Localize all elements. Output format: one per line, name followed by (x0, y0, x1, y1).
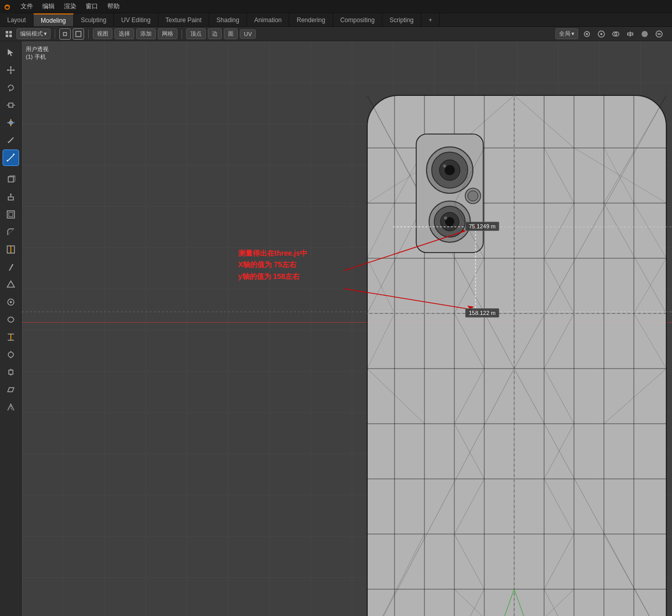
svg-marker-23 (10, 66, 12, 68)
separator-2 (88, 29, 89, 39)
material-preview[interactable] (653, 28, 665, 40)
annotation-line-1: 测量得出在three.js中 (238, 247, 307, 259)
bevel-tool[interactable] (3, 224, 19, 240)
snap-icon[interactable] (581, 28, 593, 40)
svg-marker-25 (7, 69, 8, 71)
horizontal-measure-label: 75.1249 m (465, 222, 499, 231)
svg-rect-49 (9, 212, 13, 217)
mode-icon (3, 28, 14, 40)
measure-tool[interactable] (3, 149, 19, 166)
tab-sculpting[interactable]: Sculpting (74, 13, 114, 26)
inset-tool[interactable] (3, 206, 19, 223)
top-menu-bar: 文件 编辑 渲染 窗口 帮助 Layout Modeling Sculpting… (0, 0, 672, 13)
svg-rect-45 (8, 197, 13, 200)
select-tool[interactable] (3, 44, 19, 61)
svg-marker-53 (7, 281, 14, 287)
overlay-icon[interactable] (610, 28, 621, 40)
scale-tool[interactable] (3, 97, 19, 113)
tab-uv-editing[interactable]: UV Editing (114, 13, 158, 26)
mesh-menu[interactable]: 网格 (158, 28, 177, 39)
svg-rect-9 (76, 31, 81, 37)
vertical-measure-label: 158.122 m (465, 308, 499, 318)
svg-point-121 (444, 217, 447, 220)
menu-help[interactable]: 帮助 (103, 1, 124, 12)
add-menu[interactable]: 添加 (136, 28, 156, 39)
tab-shading[interactable]: Shading (209, 13, 247, 26)
spin-tool[interactable] (3, 294, 19, 310)
menu-render[interactable]: 渲染 (60, 1, 80, 12)
smooth-vertices-tool[interactable] (3, 311, 19, 328)
toolbar-top: 编辑模式 ▾ 视图 选择 添加 网格 顶点 边 面 UV 全局 ▾ (0, 27, 672, 41)
edge-mode-btn[interactable] (73, 28, 84, 40)
annotation-line-2: X轴的值为 75左右 (238, 259, 307, 270)
phone-wireframe (365, 93, 669, 616)
svg-point-3 (8, 5, 10, 6)
annotation-text: 测量得出在three.js中 X轴的值为 75左右 y轴的值为 158左右 (238, 247, 307, 282)
view-menu[interactable]: 视图 (93, 28, 112, 39)
vertex-mode-btn[interactable] (59, 28, 71, 40)
loop-cut-tool[interactable] (3, 241, 19, 258)
tab-modeling[interactable]: Modeling (34, 13, 74, 26)
svg-rect-8 (63, 32, 67, 36)
svg-marker-65 (8, 388, 14, 392)
svg-marker-26 (13, 69, 15, 71)
tab-animation[interactable]: Animation (247, 13, 289, 26)
tab-compositing[interactable]: Compositing (333, 13, 383, 26)
move-tool[interactable] (3, 62, 19, 78)
menu-window[interactable]: 窗口 (81, 1, 102, 12)
svg-marker-47 (10, 193, 12, 195)
svg-point-13 (600, 33, 602, 35)
add-cube-tool[interactable] (3, 171, 19, 188)
edge-menu[interactable]: 边 (208, 28, 222, 39)
svg-rect-7 (9, 35, 12, 37)
shear-tool[interactable] (3, 381, 19, 398)
svg-marker-64 (10, 374, 12, 376)
svg-rect-62 (9, 370, 13, 374)
annotation-line-3: y轴的值为 158左右 (238, 271, 307, 282)
svg-marker-27 (9, 89, 11, 92)
viewport[interactable]: 测量得出在three.js中 X轴的值为 75左右 y轴的值为 158左右 75… (22, 41, 672, 616)
annotate-tool[interactable] (3, 132, 19, 148)
viewport-info: 用户透视 (1) 手机 (26, 45, 48, 61)
tab-layout[interactable]: Layout (0, 13, 34, 26)
header-right: 全局 ▾ (555, 28, 669, 40)
rotate-tool[interactable] (3, 79, 19, 96)
push-pull-tool[interactable] (3, 364, 19, 380)
separator-3 (182, 29, 182, 39)
svg-marker-24 (10, 73, 12, 74)
tab-texture-paint[interactable]: Texture Paint (158, 13, 209, 26)
svg-point-59 (8, 352, 13, 357)
blender-logo[interactable] (0, 0, 14, 13)
tab-rendering[interactable]: Rendering (289, 13, 333, 26)
face-menu[interactable]: 面 (224, 28, 238, 39)
tab-add[interactable]: + (421, 13, 440, 26)
svg-marker-20 (8, 49, 13, 56)
edit-mode-dropdown[interactable]: 编辑模式 ▾ (17, 28, 51, 39)
menu-file[interactable]: 文件 (17, 1, 37, 12)
svg-marker-63 (10, 369, 12, 370)
select-menu[interactable]: 选择 (114, 28, 134, 39)
knife-tool[interactable] (3, 259, 19, 275)
proportional-edit-icon[interactable] (596, 28, 607, 40)
tab-scripting[interactable]: Scripting (382, 13, 421, 26)
shrink-fatten-tool[interactable] (3, 346, 19, 363)
vertex-menu[interactable]: 顶点 (186, 28, 206, 39)
polypen-tool[interactable] (3, 276, 19, 293)
svg-rect-6 (6, 35, 8, 37)
svg-point-11 (586, 33, 588, 35)
transform-tool[interactable] (3, 114, 19, 131)
xray-icon[interactable] (625, 28, 636, 40)
separator-1 (55, 29, 55, 39)
solid-shading[interactable] (639, 28, 650, 40)
svg-point-18 (642, 31, 648, 37)
extrude-tool[interactable] (3, 189, 19, 205)
svg-rect-39 (8, 177, 13, 182)
svg-rect-5 (9, 31, 12, 34)
menu-edit[interactable]: 编辑 (38, 1, 59, 12)
svg-rect-66 (367, 95, 666, 616)
global-space-dropdown[interactable]: 全局 ▾ (555, 28, 578, 39)
uv-menu[interactable]: UV (240, 29, 256, 39)
edge-slide-tool[interactable] (3, 329, 19, 345)
object-name-label: (1) 手机 (26, 53, 48, 61)
rip-region-tool[interactable] (3, 399, 19, 415)
